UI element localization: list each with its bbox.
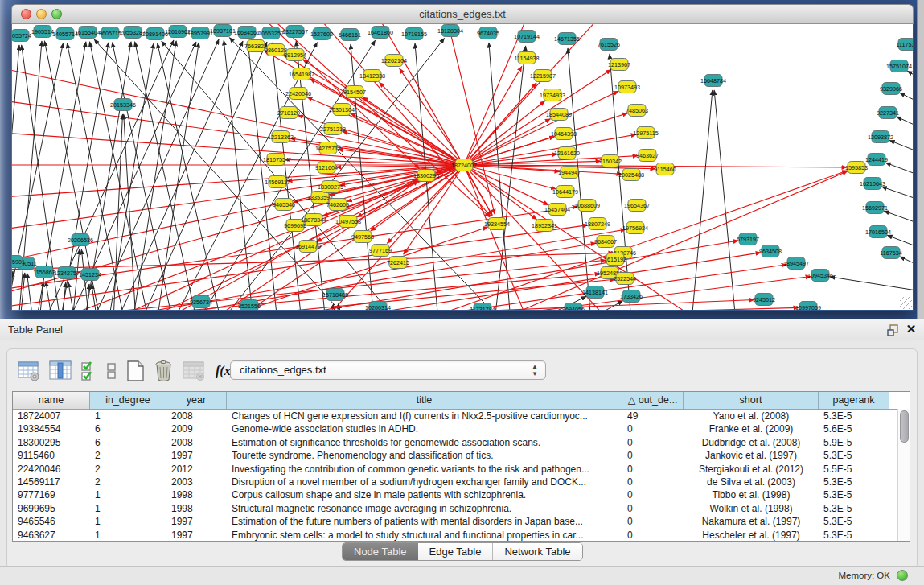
graph-node[interactable]: 9154507 bbox=[343, 86, 366, 98]
graph-node[interactable]: 16541987 bbox=[289, 68, 314, 80]
graph-node[interactable]: 9329966 bbox=[880, 83, 902, 95]
table-cell[interactable]: 9115460 bbox=[13, 449, 90, 462]
table-row[interactable]: 946554611997Estimation of the future num… bbox=[13, 515, 910, 528]
graph-node[interactable]: 9497568 bbox=[351, 231, 374, 243]
graph-node[interactable]: 12262104 bbox=[381, 55, 407, 67]
graph-node[interactable]: 16914479 bbox=[295, 241, 321, 253]
table-cell[interactable]: Corpus callosum shape and size in male p… bbox=[227, 488, 622, 501]
column-header-4[interactable]: △ out_de... bbox=[622, 392, 684, 409]
graph-node[interactable]: 1733426 bbox=[620, 290, 643, 303]
graph-node[interactable]: 6793197 bbox=[737, 233, 759, 245]
citation-edge-red[interactable] bbox=[253, 241, 738, 310]
table-cell[interactable]: 0 bbox=[622, 463, 684, 476]
table-cell[interactable]: 2 bbox=[90, 476, 166, 488]
graph-node[interactable]: 2055724 bbox=[12, 30, 31, 42]
graph-node[interactable]: 7262415 bbox=[387, 257, 409, 269]
table-cell[interactable]: 5.3E-5 bbox=[819, 515, 889, 528]
table-cell[interactable]: 19384554 bbox=[13, 422, 90, 435]
graph-node[interactable]: 9684067 bbox=[594, 236, 617, 248]
graph-node[interactable]: 20153346 bbox=[110, 99, 136, 111]
table-cell[interactable]: 2 bbox=[90, 463, 166, 476]
graph-node[interactable]: 7462609 bbox=[326, 199, 349, 211]
table-cell[interactable]: 9465546 bbox=[13, 515, 90, 528]
close-panel-icon[interactable]: ✕ bbox=[905, 323, 918, 336]
table-cell[interactable]: Tibbo et al. (1998) bbox=[684, 488, 819, 501]
table-cell[interactable]: 5.3E-5 bbox=[819, 449, 889, 462]
citation-edge-black[interactable] bbox=[900, 93, 913, 111]
citation-edge-red[interactable] bbox=[464, 83, 536, 165]
delete-table-icon[interactable] bbox=[182, 360, 206, 382]
table-row[interactable]: 1830029562008Estimation of significance … bbox=[13, 436, 910, 449]
citation-edge-red[interactable] bbox=[464, 66, 522, 165]
graph-node[interactable]: 18412338 bbox=[359, 70, 385, 82]
graph-node[interactable]: 20206536 bbox=[68, 234, 93, 246]
graph-node[interactable]: 8521556 bbox=[238, 300, 261, 311]
row-height-icon[interactable] bbox=[106, 360, 117, 382]
column-header-0[interactable]: name bbox=[13, 392, 90, 409]
citation-edge-red[interactable] bbox=[464, 24, 527, 165]
graph-node[interactable]: 9227341 bbox=[877, 107, 899, 119]
table-selector-dropdown[interactable]: citations_edges.txt ▲▼ bbox=[230, 360, 546, 380]
citation-edge-black[interactable] bbox=[907, 71, 913, 89]
graph-node[interactable]: 10719155 bbox=[401, 28, 427, 40]
graph-node[interactable]: 16155404 bbox=[75, 27, 101, 39]
tab-network-table[interactable]: Network Table bbox=[492, 543, 581, 561]
table-row[interactable]: 969969511998Structural magnetic resonanc… bbox=[13, 502, 910, 515]
zoom-button[interactable] bbox=[51, 9, 62, 19]
table-row[interactable]: 1872400712008Changes of HCN gene express… bbox=[13, 410, 910, 422]
graph-node[interactable]: 7615526 bbox=[598, 39, 620, 51]
table-cell[interactable]: 5.6E-5 bbox=[819, 422, 889, 435]
citation-edge-black[interactable] bbox=[113, 114, 122, 310]
graph-node[interactable]: 16210643 bbox=[860, 178, 885, 190]
table-cell[interactable]: Stergiakouli et al. (2012) bbox=[684, 463, 819, 476]
graph-node[interactable]: 1527602 bbox=[310, 28, 333, 40]
table-cell[interactable]: 1 bbox=[90, 410, 166, 422]
column-header-5[interactable]: short bbox=[684, 392, 819, 409]
citation-edge-red[interactable] bbox=[16, 260, 606, 310]
table-cell[interactable]: 1998 bbox=[166, 488, 227, 501]
graph-node[interactable]: 10653257 bbox=[258, 27, 284, 39]
graph-node[interactable]: 10719144 bbox=[514, 31, 540, 43]
graph-node[interactable]: 1944947 bbox=[558, 167, 581, 179]
table-cell[interactable]: 1998 bbox=[166, 502, 227, 515]
citation-edge-black[interactable] bbox=[714, 90, 736, 310]
graph-node[interactable]: 18945497 bbox=[783, 257, 809, 270]
table-cell[interactable]: 5.3E-5 bbox=[819, 529, 889, 542]
graph-node[interactable]: 9115460 bbox=[654, 163, 676, 175]
graph-node[interactable]: 13227557 bbox=[282, 26, 308, 38]
citation-edge-red[interactable] bbox=[464, 101, 545, 165]
table-cell[interactable]: 0 bbox=[622, 422, 684, 435]
graph-node[interactable]: 15457404 bbox=[544, 204, 570, 216]
graph-node[interactable]: 22751213 bbox=[320, 123, 346, 135]
delete-column-icon[interactable] bbox=[153, 360, 175, 382]
table-cell[interactable]: 22420046 bbox=[13, 463, 90, 476]
graph-node[interactable]: 19384554 bbox=[484, 218, 510, 230]
graph-node[interactable]: 18544089 bbox=[546, 109, 572, 121]
graph-node[interactable]: 14275712 bbox=[315, 142, 341, 154]
column-header-2[interactable]: year bbox=[166, 392, 227, 409]
graph-node[interactable]: 1244419 bbox=[865, 154, 888, 166]
citation-edge-black[interactable] bbox=[39, 282, 43, 310]
graph-node[interactable]: 2522544 bbox=[614, 273, 636, 285]
graph-node[interactable]: 18807249 bbox=[585, 218, 610, 230]
graph-node[interactable]: 18937101 bbox=[210, 25, 236, 37]
graph-node[interactable]: 9245012 bbox=[753, 294, 775, 306]
column-header-3[interactable]: title bbox=[227, 392, 622, 409]
table-row[interactable]: 1938455462009Genome-wide association stu… bbox=[13, 422, 910, 435]
table-cell[interactable]: Disruption of a novel member of a sodium… bbox=[227, 476, 622, 488]
table-cell[interactable]: 18724007 bbox=[13, 410, 90, 422]
citation-edge-red[interactable] bbox=[495, 171, 848, 310]
show-columns-icon[interactable] bbox=[48, 360, 72, 382]
graph-node[interactable]: 8912954 bbox=[284, 49, 306, 61]
table-cell[interactable]: 6 bbox=[90, 436, 166, 449]
graph-node[interactable]: 12975115 bbox=[633, 127, 658, 139]
table-cell[interactable]: Investigating the contribution of common… bbox=[227, 463, 622, 476]
graph-node[interactable]: 16684561 bbox=[234, 27, 260, 39]
graph-node[interactable]: 6466161 bbox=[339, 29, 361, 41]
new-column-icon[interactable] bbox=[125, 360, 146, 382]
table-cell[interactable]: 5.5E-5 bbox=[819, 463, 889, 476]
table-cell[interactable]: Nakamura et al. (1997) bbox=[684, 515, 819, 528]
graph-node[interactable]: 10945346 bbox=[807, 270, 833, 282]
table-cell[interactable]: Tourette syndrome. Phenomenology and cla… bbox=[227, 449, 622, 462]
citation-edge-red[interactable] bbox=[464, 91, 618, 165]
